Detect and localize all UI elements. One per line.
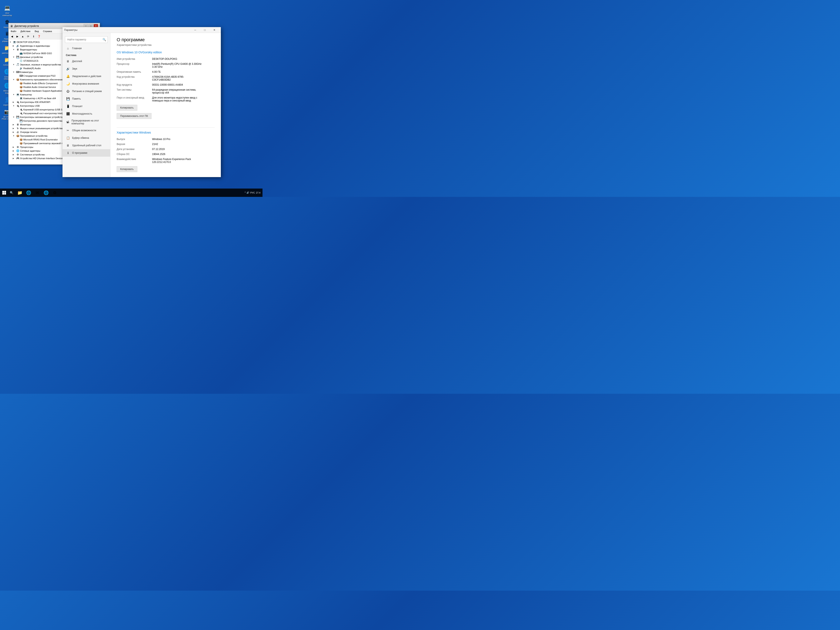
icon-disk: 💾: [16, 55, 19, 59]
label-video: Видеоадаптеры: [20, 48, 37, 51]
windows-info-table: Выпуск Windows 10 Pro Версия 21H2 Дата у…: [117, 137, 215, 164]
settings-window-title: Параметры: [64, 28, 190, 32]
icon-sound: 🎵: [16, 63, 19, 66]
up-button[interactable]: ▲: [20, 34, 25, 39]
taskbar-edge-icon-btn[interactable]: 🌐: [24, 188, 33, 197]
toggle-monitors: ▶: [13, 123, 16, 126]
settings-close[interactable]: ✕: [210, 27, 219, 33]
icon-monitors: 🖥: [16, 123, 19, 126]
value-version: 21H2: [152, 143, 215, 145]
label-network: Сетевые адаптеры: [20, 150, 40, 152]
label-realtek-effects: Realtek Audio Effects Component: [23, 82, 57, 85]
label-mice: Мыши и иные указывающие устройства: [20, 127, 63, 129]
label-rras: Microsoft RRAS Root Enumerator: [23, 138, 58, 141]
label-device-id: Код устройства: [117, 76, 152, 81]
taskbar-settings-btn[interactable]: ⚙: [51, 188, 59, 197]
about-subtitle: Характеристики устройства: [117, 43, 215, 46]
desktop-icon-computer[interactable]: 💻 Этоткомпьютер: [1, 4, 14, 17]
section-divider: [117, 127, 215, 128]
settings-nav-memory[interactable]: 💾 Память: [63, 95, 110, 103]
icon-realtek-audio: 🔊: [19, 67, 23, 70]
settings-nav-display[interactable]: 🖥 Дисплей: [63, 57, 110, 65]
value-ram: 4.00 ГБ: [152, 70, 215, 73]
label-system-type: Тип системы: [117, 88, 152, 94]
icon-network: 🌐: [16, 149, 19, 153]
settings-window: Параметры ─ □ ✕ 🔍 ⌂ Главная Система: [63, 27, 221, 177]
toggle-ide: ▶: [13, 101, 16, 103]
taskbar-file-explorer[interactable]: 📁: [16, 188, 24, 197]
taskbar-system-tray: ^ 🔊 РУС 27.4: [245, 191, 262, 194]
copy-windows-button[interactable]: Копировать: [117, 166, 137, 172]
icon-sysdev: ⚙: [16, 153, 19, 156]
taskbar-chrome-btn[interactable]: 🌐: [42, 188, 50, 197]
icon-software-dev: 📦: [16, 134, 19, 137]
power-label: Питание и спящий режим: [72, 90, 102, 93]
label-st3500: ST3500312CS: [23, 60, 38, 62]
info-system-type: Тип системы 64-разрядная операционная си…: [117, 87, 215, 95]
value-os-build: 19044.1526: [152, 153, 215, 156]
edge-taskbar-icon: 🌐: [26, 190, 31, 195]
settings-nav-tablet[interactable]: 📱 Планшет: [63, 103, 110, 110]
settings-maximize[interactable]: □: [200, 27, 210, 33]
properties-button[interactable]: ℹ: [31, 34, 36, 39]
icon-ide: 🔌: [16, 100, 19, 104]
memory-label: Память: [72, 97, 81, 100]
menu-file[interactable]: Файл: [9, 30, 17, 33]
icon-synth: 📦: [19, 142, 23, 145]
settings-nav-about[interactable]: ℹ О программе: [63, 149, 110, 157]
focus-icon: 🌙: [66, 82, 70, 86]
toggle-disk: ▼: [13, 56, 16, 58]
language-indicator[interactable]: РУС: [250, 191, 255, 194]
settings-nav-shared[interactable]: ✂ Общие возможности: [63, 127, 110, 134]
desktop: 💻 Этоткомпьютер 🗑 Корзина 🖥 Панельуправл…: [0, 0, 262, 197]
settings-taskbar-icon: ⚙: [53, 190, 57, 195]
settings-nav-remote[interactable]: 🖥 Удалённый рабочий стол: [63, 142, 110, 149]
label-ide: Контроллеры IDE ATA/ATAPI: [20, 101, 50, 103]
value-edition: Windows 10 Pro: [152, 138, 215, 141]
menu-view[interactable]: Вид: [33, 30, 40, 33]
rename-pc-button[interactable]: Переименовать этот ПК: [117, 113, 152, 119]
device-info-table: Имя устройства DESKTOP-DOLPOKG Процессор…: [117, 57, 215, 103]
toggle-mice: ▶: [13, 127, 16, 129]
home-label: Главная: [72, 47, 82, 50]
settings-minimize[interactable]: ─: [190, 27, 200, 33]
menu-help[interactable]: Справка: [42, 30, 53, 33]
icon-usb: 🔌: [16, 104, 19, 107]
toggle-software-dev: ▼: [13, 135, 16, 137]
help-button[interactable]: ❓: [36, 34, 41, 39]
about-title: О программе: [117, 37, 215, 43]
settings-nav-notifications[interactable]: 🔔 Уведомления и действия: [63, 73, 110, 80]
clipboard-label: Буфер обмена: [72, 136, 89, 139]
toggle-print: ▶: [13, 131, 16, 133]
settings-nav-home[interactable]: ⌂ Главная: [63, 44, 110, 52]
settings-window-controls: ─ □ ✕: [190, 27, 219, 33]
taskbar-clock[interactable]: 27.4: [256, 191, 261, 194]
settings-nav-projection[interactable]: 📽 Проецирование на этот компьютер: [63, 117, 110, 127]
copy-device-button[interactable]: Копировать: [117, 105, 137, 111]
refresh-button[interactable]: ⟳: [25, 34, 31, 39]
settings-nav-sound[interactable]: 🔊 Звук: [63, 65, 110, 73]
settings-search-input[interactable]: [65, 36, 108, 43]
system-tray-icons: ^ 🔊: [245, 191, 249, 194]
settings-nav-focus[interactable]: 🌙 Фокусировка внимания: [63, 80, 110, 87]
label-processor: Процессор: [117, 63, 152, 68]
file-explorer-icon: 📁: [17, 190, 22, 195]
taskbar-mail[interactable]: ✉: [33, 188, 41, 197]
settings-search-container: 🔍: [65, 36, 108, 43]
value-system-type: 64-разрядная операционная система,процес…: [152, 88, 215, 94]
back-button[interactable]: ◀: [9, 34, 14, 39]
icon-realtek-hw: 📦: [19, 89, 23, 93]
projection-label: Проецирование на этот компьютер: [71, 119, 107, 125]
info-install-date: Дата установки 07.12.2019: [117, 147, 215, 152]
settings-nav-clipboard[interactable]: 📋 Буфер обмена: [63, 134, 110, 142]
taskbar-search-button[interactable]: 🔍: [8, 188, 14, 197]
settings-content: О программе Характеристики устройства OS…: [111, 33, 221, 177]
menu-action[interactable]: Действие: [19, 30, 32, 33]
forward-button[interactable]: ▶: [15, 34, 20, 39]
label-software: Компоненты программного обеспечения: [20, 78, 63, 81]
value-device-name: DESKTOP-DOLPOKG: [152, 57, 215, 60]
start-button[interactable]: [0, 188, 8, 197]
settings-nav-power[interactable]: ⏻ Питание и спящий режим: [63, 87, 110, 95]
focus-label: Фокусировка внимания: [72, 82, 99, 85]
settings-nav-multitasking[interactable]: ⬛ Многозадачность: [63, 110, 110, 117]
